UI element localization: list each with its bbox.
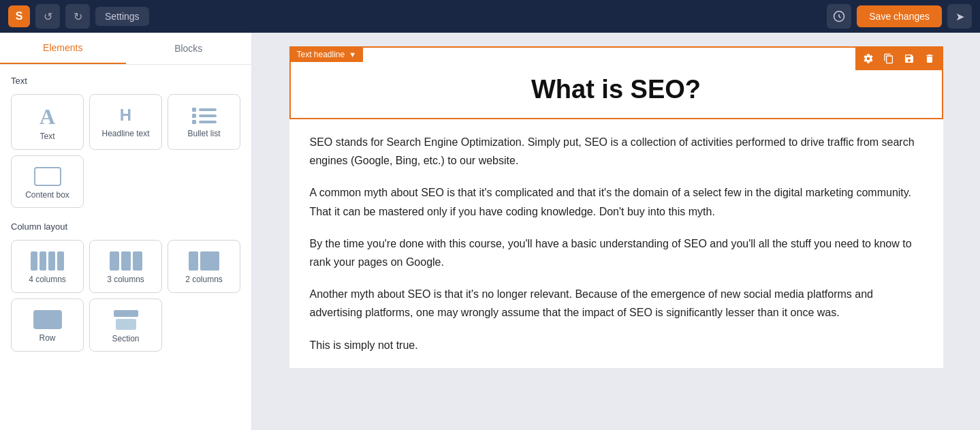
svg-rect-3 [192,114,196,118]
element-bulletlist[interactable]: Bullet list [168,94,240,150]
layout-2col-label: 2 columns [185,275,223,286]
settings-button[interactable]: Settings [95,7,149,26]
headline-block[interactable]: Text headline ▼ [289,46,943,119]
headline-actions [855,47,943,70]
headline-toolbar-label: Text headline [297,50,345,59]
contentbox-icon [34,167,61,186]
svg-rect-1 [192,108,196,112]
element-headline[interactable]: H Headline text [89,94,162,150]
canvas-content: Text headline ▼ [289,46,943,368]
undo-button[interactable]: ↺ [35,4,60,29]
topbar: S ↺ ↻ Settings Save changes ➤ [0,0,980,33]
section-icon [114,310,138,330]
column-layout-section-label: Column layout [11,221,240,232]
layout-section-label: Section [112,334,139,345]
headline-content[interactable]: What is SEO? [291,48,942,118]
canvas-area: Text headline ▼ [252,33,980,430]
navigate-button[interactable]: ➤ [947,4,972,29]
layout-2col[interactable]: 2 columns [168,240,240,293]
text-icon: A [39,106,55,127]
element-headline-label: Headline text [101,129,149,140]
headline-title: What is SEO? [304,75,928,104]
3col-icon [110,251,142,271]
element-text-label: Text [39,132,54,142]
sidebar-content: Text A Text H Headline text [0,65,251,430]
paragraph-1: SEO stands for Search Engine Optimizatio… [310,133,923,170]
4col-icon [31,251,64,271]
svg-rect-4 [199,114,217,117]
layout-row[interactable]: Row [11,298,84,352]
body-content: SEO stands for Search Engine Optimizatio… [289,119,943,368]
svg-rect-5 [192,120,196,124]
layout-4col[interactable]: 4 columns [11,240,84,293]
2col-icon [189,251,219,271]
sidebar: Elements Blocks Text A Text H Headline t… [0,33,252,430]
layout-3col-label: 3 columns [107,275,144,286]
paragraph-5: This is simply not true. [310,336,923,354]
paragraph-3: By the time you're done with this course… [310,234,923,271]
save-action-button[interactable] [900,50,918,67]
element-contentbox[interactable]: Content box [11,155,84,209]
paragraph-4: Another myth about SEO is that it's no l… [310,285,923,322]
delete-action-button[interactable] [921,50,938,67]
column-layout-grid: 4 columns 3 columns [11,240,240,352]
svg-rect-2 [199,108,217,111]
bulletlist-icon [192,106,217,125]
layout-row-label: Row [39,333,55,344]
logo[interactable]: S [8,5,30,27]
settings-action-button[interactable] [859,50,877,67]
headline-icon: H [120,106,131,125]
main-layout: Elements Blocks Text A Text H Headline t… [0,33,980,430]
element-text[interactable]: A Text [11,94,84,150]
tab-blocks[interactable]: Blocks [126,33,252,64]
element-contentbox-label: Content box [25,190,69,201]
row-icon [33,310,62,329]
paragraph-2: A common myth about SEO is that it's com… [310,183,923,220]
headline-toolbar: Text headline ▼ [290,47,364,62]
sidebar-tabs: Elements Blocks [0,33,251,65]
element-bulletlist-label: Bullet list [187,129,220,140]
tab-elements[interactable]: Elements [0,33,126,64]
preview-button[interactable] [827,4,851,29]
redo-button[interactable]: ↻ [65,4,90,29]
layout-3col[interactable]: 3 columns [89,240,162,293]
layout-section[interactable]: Section [89,298,162,352]
text-section-label: Text [11,76,240,86]
svg-rect-6 [199,121,217,123]
chevron-down-icon: ▼ [349,50,356,59]
save-button[interactable]: Save changes [857,5,942,27]
copy-action-button[interactable] [880,50,898,67]
text-elements-grid: A Text H Headline text [11,94,240,208]
layout-4col-label: 4 columns [29,275,66,286]
